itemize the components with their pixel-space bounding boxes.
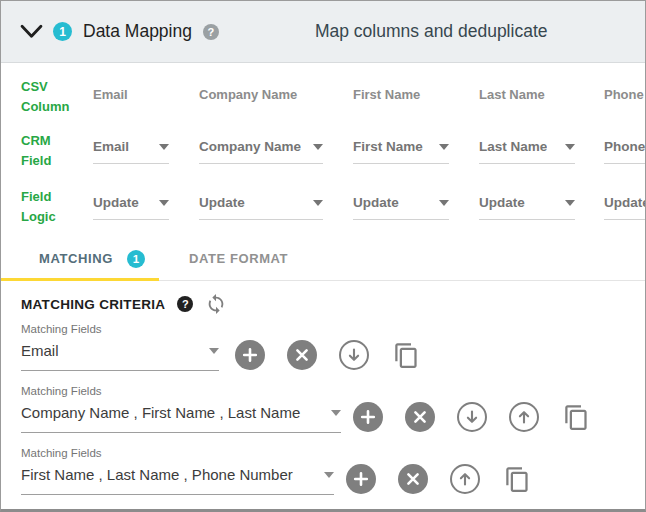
crm-field-select-4[interactable]: Phone Number xyxy=(604,139,646,164)
select-value: Update xyxy=(479,195,525,210)
csv-column-header: Phone Number xyxy=(604,77,646,102)
field-logic-select-1[interactable]: Update xyxy=(199,195,323,220)
copy-criteria-button[interactable] xyxy=(504,466,531,493)
tab-matching[interactable]: MATCHING 1 xyxy=(1,237,145,280)
select-value: Last Name xyxy=(479,139,547,154)
select-value: Company Name xyxy=(199,139,301,154)
row-label-field-logic: Field Logic xyxy=(21,187,79,227)
mapping-table: CSV Column Email Company Name First Name… xyxy=(1,77,645,233)
matching-criteria-row: Matching Fields First Name , Last Name ,… xyxy=(21,447,645,497)
plus-icon xyxy=(235,340,265,370)
copy-icon xyxy=(504,466,531,493)
remove-criteria-button[interactable] xyxy=(287,340,317,370)
arrow-up-circle-icon xyxy=(450,464,480,494)
chevron-down-icon[interactable] xyxy=(19,23,44,40)
matching-fields-label: Matching Fields xyxy=(21,323,645,335)
move-down-button[interactable] xyxy=(457,402,487,432)
matching-fields-select[interactable]: Company Name , First Name , Last Name xyxy=(21,401,341,433)
arrow-down-circle-icon xyxy=(339,340,369,370)
select-value: Update xyxy=(199,195,245,210)
tab-bar: MATCHING 1 DATE FORMAT xyxy=(1,237,645,281)
csv-column-row: CSV Column Email Company Name First Name… xyxy=(21,77,645,119)
matching-criteria-row: Matching Fields Company Name , First Nam… xyxy=(21,385,645,435)
copy-criteria-button[interactable] xyxy=(393,342,420,369)
field-logic-select-4[interactable]: Update xyxy=(604,195,646,220)
matching-criteria-title: MATCHING CRITERIA xyxy=(21,297,165,312)
caret-down-icon xyxy=(439,144,449,150)
caret-down-icon xyxy=(324,472,334,478)
add-criteria-button[interactable] xyxy=(235,340,265,370)
select-value: Update xyxy=(93,195,139,210)
remove-criteria-button[interactable] xyxy=(398,464,428,494)
matching-fields-select[interactable]: First Name , Last Name , Phone Number xyxy=(21,463,334,495)
matching-fields-select[interactable]: Email xyxy=(21,339,219,371)
field-logic-select-3[interactable]: Update xyxy=(479,195,575,220)
add-criteria-button[interactable] xyxy=(353,402,383,432)
move-up-button[interactable] xyxy=(509,402,539,432)
field-logic-row: Field Logic Update Update Update Update … xyxy=(21,187,645,233)
help-icon[interactable]: ? xyxy=(203,24,219,40)
remove-criteria-button[interactable] xyxy=(405,402,435,432)
matching-fields-label: Matching Fields xyxy=(21,447,645,459)
select-value: Company Name , First Name , Last Name xyxy=(21,404,300,421)
move-up-button[interactable] xyxy=(450,464,480,494)
close-icon xyxy=(405,402,435,432)
csv-column-header: Company Name xyxy=(199,77,323,102)
select-value: First Name xyxy=(353,139,423,154)
crm-field-select-1[interactable]: Company Name xyxy=(199,139,323,164)
tab-count-badge: 1 xyxy=(127,250,145,268)
select-value: Email xyxy=(93,139,129,154)
copy-icon xyxy=(393,342,420,369)
panel-subtitle: Map columns and deduplicate xyxy=(315,21,548,42)
field-logic-select-2[interactable]: Update xyxy=(353,195,449,220)
row-label-crm-field: CRM Field xyxy=(21,131,79,171)
select-value: Update xyxy=(604,195,646,210)
csv-column-header: Email xyxy=(93,77,169,102)
select-value: Update xyxy=(353,195,399,210)
copy-icon xyxy=(563,404,590,431)
csv-column-header: Last Name xyxy=(479,77,575,102)
caret-down-icon xyxy=(439,200,449,206)
crm-field-row: CRM Field Email Company Name First Name … xyxy=(21,131,645,177)
panel-header[interactable]: 1 Data Mapping ? Map columns and dedupli… xyxy=(1,1,645,63)
close-icon xyxy=(287,340,317,370)
caret-down-icon xyxy=(159,144,169,150)
matching-criteria-header: MATCHING CRITERIA ? xyxy=(21,293,645,315)
select-value: First Name , Last Name , Phone Number xyxy=(21,466,293,483)
tab-label: DATE FORMAT xyxy=(189,251,288,266)
select-value: Phone Number xyxy=(604,139,646,154)
panel-title: Data Mapping xyxy=(83,21,192,42)
crm-field-select-2[interactable]: First Name xyxy=(353,139,449,164)
caret-down-icon xyxy=(331,410,341,416)
field-logic-select-0[interactable]: Update xyxy=(93,195,169,220)
tab-label: MATCHING xyxy=(39,251,113,266)
caret-down-icon xyxy=(313,144,323,150)
crm-field-select-3[interactable]: Last Name xyxy=(479,139,575,164)
row-label-csv-column: CSV Column xyxy=(21,77,79,117)
close-icon xyxy=(398,464,428,494)
move-down-button[interactable] xyxy=(339,340,369,370)
active-tab-indicator xyxy=(1,278,159,281)
plus-icon xyxy=(346,464,376,494)
arrow-up-circle-icon xyxy=(509,402,539,432)
matching-fields-label: Matching Fields xyxy=(21,385,645,397)
caret-down-icon xyxy=(209,348,219,354)
caret-down-icon xyxy=(565,200,575,206)
tab-date-format[interactable]: DATE FORMAT xyxy=(189,237,288,280)
csv-column-header: First Name xyxy=(353,77,449,102)
arrow-down-circle-icon xyxy=(457,402,487,432)
header-count-badge: 1 xyxy=(53,22,72,41)
add-criteria-button[interactable] xyxy=(346,464,376,494)
refresh-icon[interactable] xyxy=(205,293,227,315)
copy-criteria-button[interactable] xyxy=(563,404,590,431)
caret-down-icon xyxy=(159,200,169,206)
crm-field-select-0[interactable]: Email xyxy=(93,139,169,164)
matching-criteria-row: Matching Fields Email xyxy=(21,323,645,373)
caret-down-icon xyxy=(313,200,323,206)
select-value: Email xyxy=(21,342,59,359)
help-icon[interactable]: ? xyxy=(177,296,193,312)
caret-down-icon xyxy=(565,144,575,150)
plus-icon xyxy=(353,402,383,432)
data-mapping-panel: 1 Data Mapping ? Map columns and dedupli… xyxy=(0,0,646,512)
